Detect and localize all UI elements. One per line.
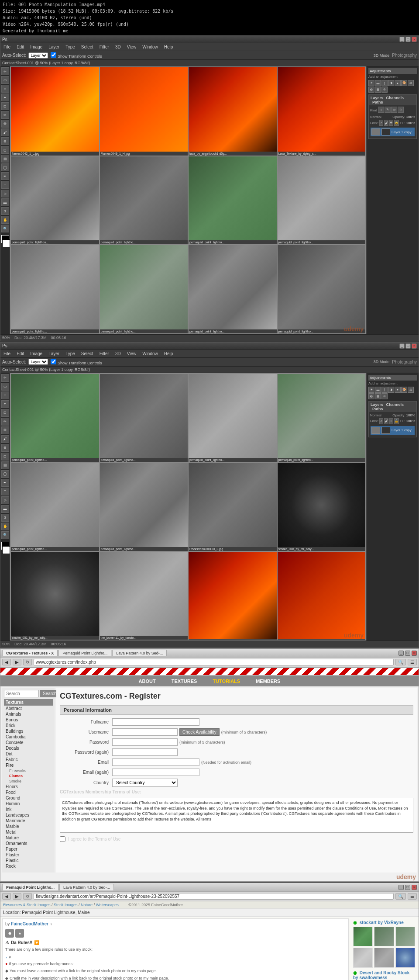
ps-minimize-1[interactable]: _ [399, 37, 405, 42]
tool-eyedrop-2[interactable]: ✏ [1, 418, 9, 426]
sidebar-item-paper[interactable]: Paper [4, 846, 53, 852]
tool-3d[interactable]: 3 [1, 207, 9, 215]
ps-close-1[interactable]: × [412, 37, 417, 42]
menu-view-2[interactable]: View [126, 351, 138, 357]
tool-zoom-2[interactable]: 🔍 [1, 531, 9, 539]
browser-max-1[interactable]: □ [405, 651, 410, 656]
layer-row-2[interactable]: Layer 1 copy [370, 426, 415, 435]
bc-resources[interactable]: Resources & Stock Images [3, 903, 51, 907]
channels-tab-1[interactable]: Channels [386, 96, 404, 100]
tool-shape[interactable]: ▬ [1, 198, 9, 206]
browser-max-2[interactable]: □ [405, 885, 410, 890]
channels-tab-2[interactable]: Channels [386, 402, 404, 407]
sidebar-item-concrete[interactable]: Concrete [4, 740, 53, 745]
layer-ctrl-shape[interactable]: ▭ [391, 107, 397, 113]
sidebar-item-fabric[interactable]: Fabric [4, 757, 53, 762]
tool-zoom[interactable]: 🔍 [1, 225, 9, 232]
toolbar-layer-select-1[interactable]: Layer [28, 52, 48, 59]
layer-ctrl-adj[interactable]: ✎ [385, 107, 391, 113]
sidebar-item-plastic[interactable]: Plastic [4, 858, 53, 863]
adj-bw[interactable]: ◐ [368, 87, 374, 93]
tool-shape-2[interactable]: ▬ [1, 505, 9, 513]
tool-erase-2[interactable]: ◻ [1, 453, 9, 461]
menu-help-1[interactable]: Help [163, 44, 175, 50]
adj-hue[interactable]: 🎨 [401, 80, 407, 86]
adj-levels[interactable]: ▬ [375, 80, 381, 86]
nav-refresh-1[interactable]: ↻ [23, 659, 32, 665]
paths-tab-1[interactable]: Paths [372, 100, 383, 104]
nav-go-1[interactable]: 🔍 [395, 659, 406, 665]
menu-type-2[interactable]: Type [64, 351, 76, 357]
browser-min-1[interactable]: _ [398, 651, 404, 656]
menu-select-1[interactable]: Select [80, 44, 95, 50]
adj-bw-2[interactable]: ◐ [368, 393, 374, 399]
layer-row-1[interactable]: Layer 1 copy [370, 127, 415, 137]
adj-curves-2[interactable]: ∫ [381, 387, 388, 393]
tab-pemaquid[interactable]: Pemaquid Point Lightho... [58, 650, 111, 656]
nav-menu-1[interactable]: ☰ [408, 659, 417, 665]
menu-window-2[interactable]: Window [141, 351, 159, 357]
sidebar-item-nature[interactable]: Nature [4, 835, 53, 841]
tool-pen-2[interactable]: ✒ [1, 479, 9, 487]
nav-members[interactable]: MEMBERS [252, 678, 284, 685]
menu-help-2[interactable]: Help [163, 351, 175, 357]
sidebar-item-marble[interactable]: Marble [4, 824, 53, 829]
lock-transparent[interactable]: ✓ [379, 120, 383, 126]
sidebar-item-smoke[interactable]: Smoke [4, 779, 53, 784]
ps-maximize-2[interactable]: □ [405, 343, 411, 349]
agree-checkbox[interactable] [60, 836, 65, 842]
nav-about[interactable]: ABOUT [135, 678, 159, 685]
check-availability-btn[interactable]: Check Availability [179, 728, 220, 736]
sidebar-item-buildings[interactable]: Buildings [4, 728, 53, 734]
sidebar-item-cambodia[interactable]: Cambodia [4, 734, 53, 740]
fill-val-2[interactable]: 100% [406, 419, 415, 423]
tool-blur-2[interactable]: ◯ [1, 470, 9, 478]
fullname-input[interactable] [112, 718, 199, 726]
tool-type-2[interactable]: T [1, 488, 9, 495]
nav-back-2[interactable]: ◀ [2, 893, 11, 900]
password-input[interactable] [112, 738, 178, 746]
nav-go-2[interactable]: 🔍 [395, 893, 406, 900]
sidebar-item-animals[interactable]: Animals [4, 711, 53, 717]
adj-curves[interactable]: ∫ [381, 80, 388, 86]
country-select[interactable]: Select Country [112, 779, 178, 787]
opacity-val[interactable]: 100% [406, 115, 415, 119]
lock-move-2[interactable]: ✢ [389, 418, 393, 424]
tool-path-2[interactable]: ▷ [1, 496, 9, 504]
stock-thumb-4[interactable] [353, 948, 373, 967]
lock-all-2[interactable]: 🔒 [394, 418, 399, 424]
adj-levels-2[interactable]: ▬ [375, 387, 381, 393]
tool-gradient[interactable]: ▤ [1, 155, 9, 163]
browser-min-2[interactable]: _ [398, 885, 404, 890]
stock-thumb-3[interactable] [395, 927, 415, 946]
tool-crop-2[interactable]: ⊡ [1, 409, 9, 417]
tool-move-2[interactable]: ✢ [1, 374, 9, 382]
ps-doc-tab-1[interactable]: ContactSheet-001 @ 50% (Layer 1 copy, RG… [0, 60, 419, 66]
adj-exposure-2[interactable]: ◑ [388, 387, 394, 393]
menu-edit-1[interactable]: Edit [15, 44, 25, 50]
lock-move[interactable]: ✢ [389, 120, 393, 126]
menu-3d-2[interactable]: 3D [114, 351, 122, 357]
adj-invert-2[interactable]: ⊘ [381, 393, 388, 399]
adj-brightness[interactable]: ☀ [368, 80, 374, 86]
tool-eyedrop[interactable]: ✏ [1, 111, 9, 119]
bc-nature[interactable]: Nature [81, 903, 93, 907]
tab-pemaquid-2[interactable]: Pemaquid Point Lightho... [2, 884, 58, 890]
sidebar-item-ornaments[interactable]: Ornaments [4, 841, 53, 846]
menu-select-2[interactable]: Select [80, 351, 95, 357]
email-again-input[interactable] [112, 769, 199, 776]
sidebar-item-dirt[interactable]: Dirt [4, 751, 53, 757]
sidebar-item-fire[interactable]: Fire [4, 762, 53, 768]
tool-bg-2[interactable] [2, 546, 10, 554]
menu-window-1[interactable]: Window [141, 44, 159, 50]
sidebar-item-ground[interactable]: Ground [4, 795, 53, 801]
opacity-val-2[interactable]: 100% [406, 413, 415, 417]
menu-image-2[interactable]: Image [29, 351, 44, 357]
layers-tab-1[interactable]: Layers [371, 96, 383, 100]
tab-cgtextures[interactable]: CGTextures - Textures - X [2, 650, 58, 656]
layer-ctrl-smart[interactable]: ☆ [398, 107, 404, 113]
adj-colorbalance-2[interactable]: ⚖ [408, 387, 414, 393]
nav-refresh-2[interactable]: ↻ [23, 893, 32, 900]
author-name[interactable]: FaineGoodMother [11, 921, 48, 926]
tool-brush[interactable]: 🖌 [1, 128, 9, 136]
